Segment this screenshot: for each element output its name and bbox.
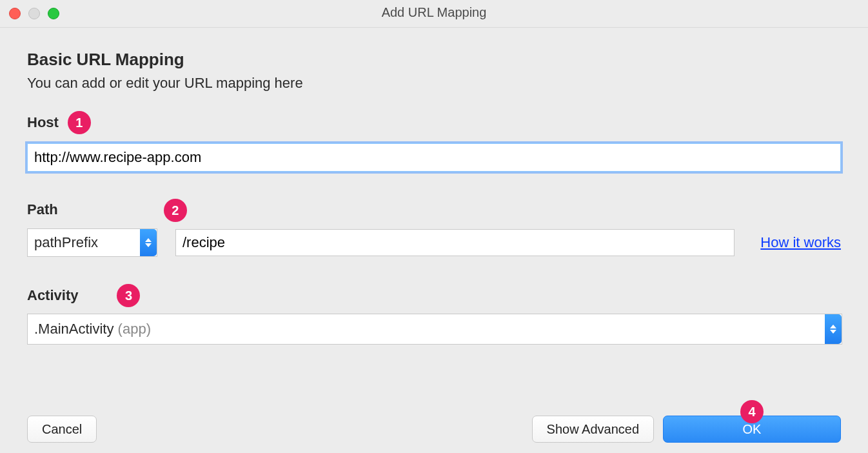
host-label-row: Host 1 (27, 111, 841, 134)
annotation-badge-2: 2 (164, 199, 187, 222)
section-subheading: You can add or edit your URL mapping her… (27, 75, 841, 92)
activity-select[interactable]: .MainActivity (app) (27, 314, 842, 345)
how-it-works-link[interactable]: How it works (760, 234, 841, 251)
section-heading: Basic URL Mapping (27, 50, 841, 70)
chevron-up-down-icon (825, 314, 842, 344)
chevron-up-down-icon (140, 229, 157, 256)
window-title: Add URL Mapping (0, 5, 868, 20)
path-input[interactable] (175, 229, 735, 256)
path-label: Path (27, 201, 58, 222)
path-type-selected: pathPrefix (28, 234, 140, 251)
titlebar: Add URL Mapping (0, 0, 868, 28)
host-label: Host (27, 114, 59, 131)
activity-selected: .MainActivity (app) (28, 321, 825, 337)
activity-selected-main: .MainActivity (34, 321, 113, 337)
path-type-select[interactable]: pathPrefix (27, 228, 157, 257)
annotation-badge-4: 4 (740, 400, 764, 423)
show-advanced-button[interactable]: Show Advanced (532, 416, 654, 443)
activity-selected-hint: (app) (113, 321, 150, 337)
annotation-badge-1: 1 (68, 111, 91, 134)
activity-label: Activity (27, 287, 78, 304)
annotation-badge-3: 3 (117, 284, 140, 307)
cancel-button[interactable]: Cancel (27, 416, 97, 443)
host-input[interactable] (27, 143, 841, 172)
